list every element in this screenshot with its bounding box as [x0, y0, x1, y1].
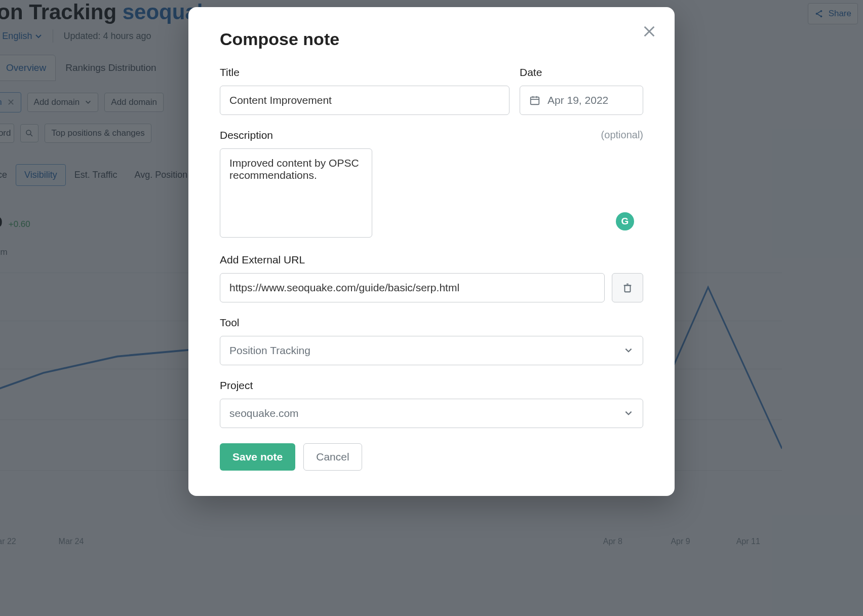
external-url-input[interactable]	[220, 273, 605, 302]
compose-note-modal: Compose note Title Date Apr 19, 2022 Des…	[188, 7, 675, 496]
date-picker[interactable]: Apr 19, 2022	[520, 86, 643, 115]
svg-rect-14	[625, 285, 631, 292]
title-input[interactable]	[220, 86, 509, 115]
project-select[interactable]: seoquake.com	[220, 399, 643, 428]
external-url-label: Add External URL	[220, 254, 643, 266]
description-textarea[interactable]	[220, 148, 372, 238]
close-icon	[642, 24, 656, 38]
calendar-icon	[529, 95, 540, 106]
optional-hint: (optional)	[601, 129, 643, 141]
svg-rect-10	[531, 97, 539, 105]
date-label: Date	[520, 66, 643, 79]
delete-url-button[interactable]	[612, 273, 643, 302]
close-button[interactable]	[639, 21, 659, 42]
project-label: Project	[220, 379, 643, 392]
trash-icon	[622, 282, 633, 293]
title-label: Title	[220, 66, 509, 79]
modal-heading: Compose note	[220, 29, 643, 49]
tool-select[interactable]: Position Tracking	[220, 336, 643, 365]
grammarly-icon[interactable]: G	[616, 212, 634, 230]
save-note-button[interactable]: Save note	[220, 443, 295, 471]
date-value: Apr 19, 2022	[547, 94, 608, 106]
tool-label: Tool	[220, 317, 643, 329]
description-label: Description (optional)	[220, 129, 643, 141]
cancel-button[interactable]: Cancel	[303, 443, 362, 471]
